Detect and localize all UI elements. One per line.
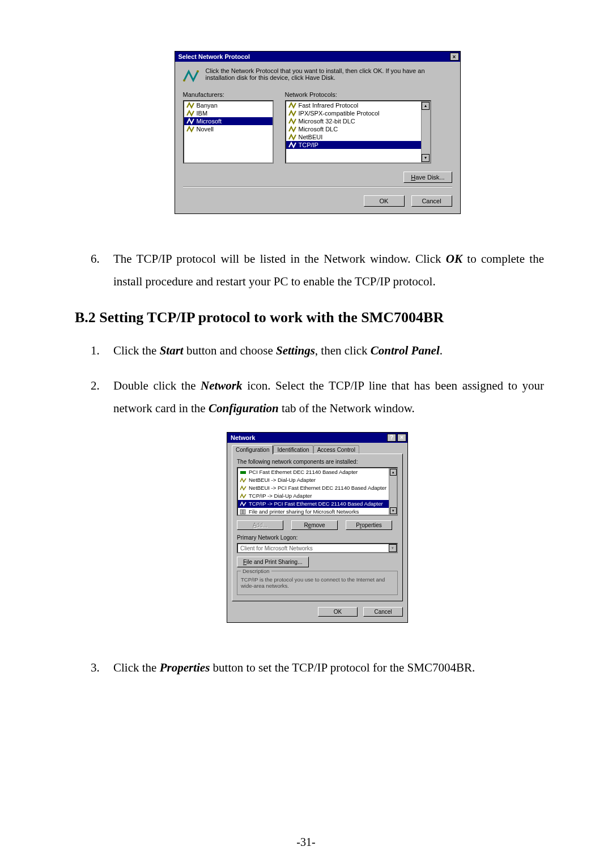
chevron-down-icon[interactable]: ▾: [389, 544, 397, 552]
remove-button[interactable]: Remove: [291, 520, 338, 530]
ok-button[interactable]: OK: [318, 607, 358, 617]
close-icon[interactable]: ×: [397, 434, 406, 442]
list-item[interactable]: Banyan: [184, 101, 273, 109]
step-3: 3. Click the Properties button to set th…: [91, 657, 544, 679]
tab-configuration[interactable]: Configuration: [232, 445, 273, 454]
cancel-button[interactable]: Cancel: [411, 195, 452, 207]
step-1: 1. Click the Start button and choose Set…: [91, 340, 544, 362]
scroll-down-icon[interactable]: ▾: [390, 507, 397, 514]
combo-value: Client for Microsoft Networks: [240, 545, 313, 551]
protocols-listbox[interactable]: Fast Infrared ProtocolIPX/SPX-compatible…: [285, 100, 431, 164]
protocol-icon: [183, 67, 199, 83]
tab-row: ConfigurationIdentificationAccess Contro…: [232, 445, 403, 454]
close-icon[interactable]: ×: [450, 53, 459, 61]
description-group: Description TCP/IP is the protocol you u…: [237, 571, 398, 595]
scroll-down-icon[interactable]: ▾: [422, 154, 430, 162]
svg-rect-2: [240, 471, 246, 474]
dialog2-title: Network: [231, 434, 255, 441]
list-item[interactable]: Microsoft: [184, 117, 273, 125]
description-title: Description: [241, 568, 271, 574]
titlebar-buttons: ? ×: [387, 434, 406, 442]
svg-point-1: [197, 70, 199, 72]
divider: [183, 186, 452, 187]
file-print-sharing-button[interactable]: File and Print Sharing...: [237, 557, 309, 567]
step-number: 2.: [91, 375, 103, 420]
configuration-pane: The following network components are ins…: [232, 454, 403, 601]
dialog2-body: ConfigurationIdentificationAccess Contro…: [227, 443, 407, 622]
list-item[interactable]: Microsoft 32-bit DLC: [286, 117, 430, 125]
dialog1-instruction-text: Click the Network Protocol that you want…: [206, 67, 452, 81]
list-item[interactable]: Microsoft DLC: [286, 125, 430, 133]
network-dialog: Network ? × ConfigurationIdentificationA…: [227, 432, 408, 623]
dialog1-body: Click the Network Protocol that you want…: [175, 62, 460, 213]
cancel-button[interactable]: Cancel: [363, 607, 403, 617]
protocols-label: Network Protocols:: [285, 91, 431, 98]
ordered-list-2: 1. Click the Start button and choose Set…: [91, 340, 544, 420]
ok-cancel-row: OK Cancel: [183, 195, 452, 207]
step-number: 3.: [91, 657, 103, 679]
scroll-up-icon[interactable]: ▴: [390, 469, 397, 476]
list-item[interactable]: IPX/SPX-compatible Protocol: [286, 109, 430, 117]
list-item[interactable]: NetBEUI -> Dial-Up Adapter: [238, 476, 397, 484]
tab-access-control[interactable]: Access Control: [313, 445, 359, 454]
ok-button[interactable]: OK: [364, 195, 405, 207]
step-6: 6. The TCP/IP protocol will be listed in…: [91, 248, 544, 293]
manufacturers-column: Manufacturers: BanyanIBMMicrosoftNovell: [183, 91, 274, 164]
dialog1-titlebar: Select Network Protocol ×: [175, 52, 460, 62]
have-disk-button[interactable]: Have Disk...: [403, 172, 452, 183]
list-item[interactable]: TCP/IP -> Dial-Up Adapter: [238, 492, 397, 500]
step-text: Double click the Network icon. Select th…: [113, 375, 544, 420]
help-icon[interactable]: ?: [387, 434, 396, 442]
list-item[interactable]: IBM: [184, 109, 273, 117]
dialog1-columns: Manufacturers: BanyanIBMMicrosoftNovell …: [183, 91, 452, 164]
step-2: 2. Double click the Network icon. Select…: [91, 375, 544, 420]
ok-cancel-row: OK Cancel: [232, 607, 403, 617]
list-item[interactable]: Novell: [184, 125, 273, 133]
section-heading: B.2 Setting TCP/IP protocol to work with…: [75, 309, 544, 326]
add-button[interactable]: Add...: [237, 520, 283, 530]
ordered-list: 6. The TCP/IP protocol will be listed in…: [91, 248, 544, 293]
have-disk-row: Have Disk...: [183, 172, 452, 183]
select-network-protocol-dialog: Select Network Protocol × Click the Netw…: [175, 51, 461, 214]
step-number: 1.: [91, 340, 103, 362]
list-item[interactable]: TCP/IP -> PCI Fast Ethernet DEC 21140 Ba…: [238, 500, 397, 508]
svg-rect-3: [240, 510, 243, 514]
scrollbar[interactable]: ▴ ▾: [389, 468, 397, 515]
scroll-up-icon[interactable]: ▴: [422, 102, 430, 110]
dialog1-instruction-row: Click the Network Protocol that you want…: [183, 67, 452, 83]
tab-identification[interactable]: Identification: [273, 445, 313, 454]
list-item[interactable]: File and printer sharing for Microsoft N…: [238, 508, 397, 516]
step-text: Click the Start button and choose Settin…: [113, 340, 544, 362]
list-item[interactable]: NetBEUI: [286, 133, 430, 141]
step-text: Click the Properties button to set the T…: [113, 657, 544, 679]
description-text: TCP/IP is the protocol you use to connec…: [241, 576, 394, 589]
primary-logon-combo[interactable]: Client for Microsoft Networks ▾: [237, 543, 398, 553]
step-text: The TCP/IP protocol will be listed in th…: [113, 248, 544, 293]
components-caption: The following network components are ins…: [237, 459, 398, 465]
button-row: Add... Remove Properties: [237, 520, 398, 530]
document-page: Select Network Protocol × Click the Netw…: [0, 0, 612, 868]
ordered-list-3: 3. Click the Properties button to set th…: [91, 657, 544, 679]
scrollbar[interactable]: ▴ ▾: [421, 101, 430, 163]
manufacturers-listbox[interactable]: BanyanIBMMicrosoftNovell: [183, 100, 274, 164]
page-number: -31-: [0, 836, 612, 849]
protocols-column: Network Protocols: Fast Infrared Protoco…: [285, 91, 431, 164]
svg-point-0: [183, 79, 185, 82]
dialog2-titlebar: Network ? ×: [227, 433, 407, 443]
list-item[interactable]: Fast Infrared Protocol: [286, 101, 430, 109]
dialog1-title: Select Network Protocol: [178, 53, 250, 60]
svg-rect-4: [243, 510, 245, 514]
properties-button[interactable]: Properties: [346, 520, 392, 530]
fps-row: File and Print Sharing...: [237, 559, 398, 565]
list-item[interactable]: NetBEUI -> PCI Fast Ethernet DEC 21140 B…: [238, 484, 397, 492]
list-item[interactable]: PCI Fast Ethernet DEC 21140 Based Adapte…: [238, 468, 397, 476]
components-listbox[interactable]: PCI Fast Ethernet DEC 21140 Based Adapte…: [237, 467, 398, 516]
logon-label: Primary Network Logon:: [237, 535, 398, 541]
manufacturers-label: Manufacturers:: [183, 91, 274, 98]
list-item[interactable]: TCP/IP: [286, 141, 430, 149]
step-number: 6.: [91, 248, 103, 293]
